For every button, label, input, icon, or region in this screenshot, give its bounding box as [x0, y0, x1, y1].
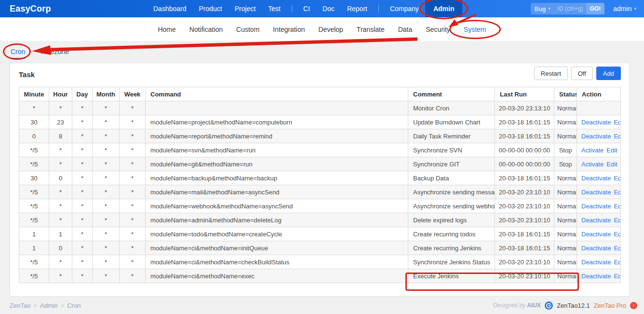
top-nav: Dashboard Product Project Test CI Doc Re… — [147, 0, 462, 17]
cell-hour: 8 — [49, 129, 72, 143]
deactivate-link[interactable]: Deactivate — [581, 133, 611, 140]
top-nav-admin[interactable]: Admin — [425, 0, 463, 17]
subnav-develop[interactable]: Develop — [311, 26, 349, 33]
deactivate-link[interactable]: Deactivate — [581, 189, 611, 196]
cell-hour: 1 — [49, 227, 72, 241]
cell-minute: */5 — [19, 269, 49, 283]
deactivate-link[interactable]: Deactivate — [581, 175, 611, 182]
cell-month: * — [93, 101, 120, 115]
cell-week: * — [120, 199, 146, 213]
cell-minute: */5 — [19, 157, 49, 171]
cell-day: * — [72, 269, 93, 283]
cell-minute: */5 — [19, 185, 49, 199]
search-module-select[interactable]: Bug ▾ — [531, 3, 554, 14]
edit-link[interactable]: Edit — [614, 189, 620, 196]
zentao-pro-link[interactable]: ZenTao Pro — [594, 302, 626, 309]
col-header-status: Status — [554, 87, 577, 101]
subnav-notification[interactable]: Notification — [183, 26, 229, 33]
top-nav-doc[interactable]: Doc — [316, 0, 341, 17]
cell-last_run: 20-03-18 16:01:15 — [495, 171, 554, 185]
cell-day: * — [72, 241, 93, 255]
subnav-translate[interactable]: Translate — [350, 26, 391, 33]
top-nav-dashboard[interactable]: Dashboard — [147, 0, 193, 17]
topbar-right-group: Bug ▾ GO! admin ▾ — [531, 0, 644, 17]
user-menu[interactable]: admin ▾ — [613, 5, 636, 13]
cell-action: DeactivateEdit — [577, 213, 621, 227]
subnav-system[interactable]: System — [457, 26, 493, 33]
app-logo[interactable]: EasyCorp — [0, 0, 147, 17]
edit-link[interactable]: Edit — [614, 203, 620, 210]
cell-comment: Delete expired logs — [408, 213, 495, 227]
col-header-comment: Comment — [408, 87, 495, 101]
top-nav-company[interactable]: Company — [384, 0, 425, 17]
table-row: *****Monitor Cron20-03-20 23:13:10Normal — [19, 101, 621, 115]
edit-link[interactable]: Edit — [614, 175, 620, 182]
subnav-home[interactable]: Home — [151, 26, 182, 33]
breadcrumb-zentao[interactable]: ZenTao — [10, 302, 30, 309]
edit-link[interactable]: Edit — [614, 259, 620, 266]
add-button[interactable]: Add — [596, 67, 621, 80]
cell-month: * — [93, 227, 120, 241]
upgrade-arrow-icon[interactable]: ↑ — [630, 302, 637, 309]
activate-link[interactable]: Activate — [581, 161, 604, 168]
table-row: 08***moduleName=report&methodName=remind… — [19, 129, 621, 143]
edit-link[interactable]: Edit — [606, 147, 617, 154]
edit-link[interactable]: Edit — [614, 119, 620, 126]
deactivate-link[interactable]: Deactivate — [581, 119, 611, 126]
search-input[interactable] — [554, 3, 586, 14]
cell-minute: 1 — [19, 227, 49, 241]
subnav-data[interactable]: Data — [391, 26, 419, 33]
cell-minute: 0 — [19, 129, 49, 143]
breadcrumb-separator: > — [61, 302, 65, 309]
cell-comment: Monitor Cron — [408, 101, 495, 115]
deactivate-link[interactable]: Deactivate — [581, 217, 611, 224]
panel-actions: Restart Off Add — [534, 67, 621, 80]
breadcrumb-admin[interactable]: Admin — [40, 302, 58, 309]
search-module-value: Bug — [535, 5, 546, 13]
cell-minute: */5 — [19, 213, 49, 227]
cell-action — [577, 101, 621, 115]
cell-comment: Synchronize SVN — [408, 143, 495, 157]
cell-action: DeactivateEdit — [577, 129, 621, 143]
activate-link[interactable]: Activate — [581, 147, 604, 154]
tab-cron[interactable]: Cron — [11, 48, 25, 59]
cell-action: DeactivateEdit — [577, 185, 621, 199]
deactivate-link[interactable]: Deactivate — [581, 245, 611, 252]
edit-link[interactable]: Edit — [606, 161, 617, 168]
version-text[interactable]: ZenTao12.1 — [557, 302, 590, 309]
cell-hour: * — [49, 269, 72, 283]
edit-link[interactable]: Edit — [614, 273, 620, 280]
edit-link[interactable]: Edit — [614, 245, 620, 252]
top-nav-ci[interactable]: CI — [297, 0, 316, 17]
cell-week: * — [120, 157, 146, 171]
top-nav-project[interactable]: Project — [228, 0, 262, 17]
deactivate-link[interactable]: Deactivate — [581, 273, 611, 280]
cell-last_run: 20-03-20 23:13:10 — [495, 101, 554, 115]
admin-sub-navigation: Home Notification Custom Integration Dev… — [0, 17, 644, 41]
table-row: */5****moduleName=mail&methodName=asyncS… — [19, 185, 621, 199]
search-go-button[interactable]: GO! — [586, 3, 605, 14]
breadcrumb-cron[interactable]: Cron — [67, 302, 80, 309]
edit-link[interactable]: Edit — [614, 231, 620, 238]
subnav-custom[interactable]: Custom — [229, 26, 266, 33]
cell-status: Normal — [554, 185, 577, 199]
deactivate-link[interactable]: Deactivate — [581, 203, 611, 210]
top-nav-test[interactable]: Test — [262, 0, 287, 17]
cell-comment: Synchronize GIT — [408, 157, 495, 171]
edit-link[interactable]: Edit — [614, 133, 620, 140]
edit-link[interactable]: Edit — [614, 217, 620, 224]
cell-week: * — [120, 269, 146, 283]
off-button[interactable]: Off — [571, 67, 593, 80]
cell-status: Normal — [554, 129, 577, 143]
cell-status: Normal — [554, 115, 577, 129]
subnav-integration[interactable]: Integration — [266, 26, 311, 33]
subnav-security[interactable]: Security — [419, 26, 457, 33]
top-nav-report[interactable]: Report — [341, 0, 374, 17]
deactivate-link[interactable]: Deactivate — [581, 259, 611, 266]
cell-month: * — [93, 199, 120, 213]
deactivate-link[interactable]: Deactivate — [581, 231, 611, 238]
top-nav-product[interactable]: Product — [193, 0, 228, 17]
restart-button[interactable]: Restart — [534, 67, 568, 80]
tab-timezone[interactable]: Timezone — [40, 48, 69, 58]
cell-command: moduleName=ci&methodName=checkBuildStatu… — [146, 255, 408, 269]
